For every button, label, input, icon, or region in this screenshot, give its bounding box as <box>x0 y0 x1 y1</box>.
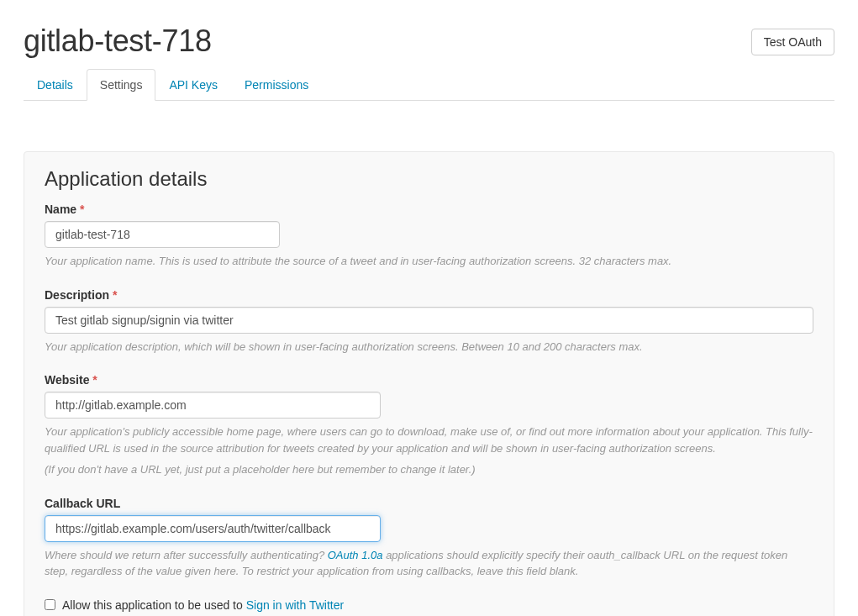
website-help-2: (If you don't have a URL yet, just put a… <box>45 461 813 478</box>
sign-in-with-twitter-link[interactable]: Sign in with Twitter <box>246 598 344 612</box>
name-label: Name * <box>45 203 84 216</box>
tab-details[interactable]: Details <box>24 69 87 101</box>
oauth-1-0a-link[interactable]: OAuth 1.0a <box>328 549 383 561</box>
panel-heading: Application details <box>45 167 813 191</box>
allow-signin-checkbox[interactable] <box>45 599 55 610</box>
callback-label: Callback URL <box>45 497 120 510</box>
callback-help: Where should we return after successfull… <box>45 547 813 580</box>
website-label: Website * <box>45 373 97 387</box>
tab-settings[interactable]: Settings <box>87 69 156 101</box>
description-input[interactable] <box>45 307 813 334</box>
description-help: Your application description, which will… <box>45 339 813 355</box>
tab-permissions[interactable]: Permissions <box>231 69 322 101</box>
tab-api-keys[interactable]: API Keys <box>155 69 231 101</box>
description-label: Description * <box>45 288 117 302</box>
name-input[interactable] <box>45 221 280 248</box>
page-title: gitlab-test-718 <box>24 24 212 59</box>
application-details-panel: Application details Name * Your applicat… <box>24 151 834 616</box>
callback-input[interactable] <box>45 515 381 542</box>
website-help-1: Your application's publicly accessible h… <box>45 424 813 456</box>
website-input[interactable] <box>45 392 381 419</box>
allow-signin-label: Allow this application to be used to Sig… <box>62 598 344 612</box>
test-oauth-button[interactable]: Test OAuth <box>751 29 834 55</box>
name-help: Your application name. This is used to a… <box>45 253 813 270</box>
tab-bar: Details Settings API Keys Permissions <box>24 69 834 101</box>
